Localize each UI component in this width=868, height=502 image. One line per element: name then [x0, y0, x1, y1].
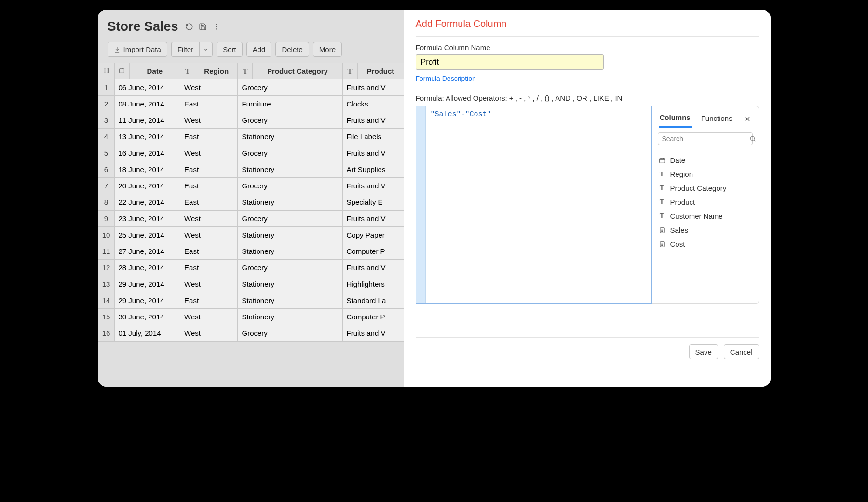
cell-category[interactable]: Grocery: [238, 145, 342, 161]
cell-product[interactable]: Clocks: [342, 96, 404, 112]
table-row[interactable]: 516 June, 2014WestGroceryFruits and V: [98, 145, 404, 161]
cell-date[interactable]: 06 June, 2014: [114, 79, 180, 96]
cell-date[interactable]: 29 June, 2014: [114, 292, 180, 309]
import-data-button[interactable]: Import Data: [108, 42, 167, 57]
more-vertical-icon[interactable]: [212, 23, 221, 31]
cell-region[interactable]: West: [180, 276, 238, 292]
table-row[interactable]: 208 June, 2014EastFurnitureClocks: [98, 96, 404, 112]
formula-name-input[interactable]: [416, 54, 604, 70]
cell-region[interactable]: West: [180, 112, 238, 129]
cell-category[interactable]: Grocery: [238, 211, 342, 227]
cell-product[interactable]: Computer P: [342, 309, 404, 325]
filter-button[interactable]: Filter: [171, 42, 199, 57]
cell-date[interactable]: 18 June, 2014: [114, 161, 180, 178]
cell-date[interactable]: 27 June, 2014: [114, 243, 180, 260]
cell-product[interactable]: Copy Paper: [342, 227, 404, 243]
cell-category[interactable]: Stationery: [238, 194, 342, 211]
cell-region[interactable]: East: [180, 129, 238, 145]
cell-region[interactable]: East: [180, 292, 238, 309]
th-date[interactable]: Date: [129, 63, 180, 79]
table-row[interactable]: 1025 June, 2014WestStationeryCopy Paper: [98, 227, 404, 243]
formula-description-link[interactable]: Formula Description: [416, 75, 759, 82]
formula-textarea[interactable]: "Sales"-"Cost": [426, 106, 651, 303]
cell-region[interactable]: East: [180, 178, 238, 194]
table-row[interactable]: 1530 June, 2014WestStationeryComputer P: [98, 309, 404, 325]
cell-product[interactable]: Art Supplies: [342, 161, 404, 178]
column-search-input[interactable]: [662, 135, 746, 143]
cell-date[interactable]: 01 July, 2014: [114, 325, 180, 342]
cell-product[interactable]: Fruits and V: [342, 112, 404, 129]
cell-date[interactable]: 11 June, 2014: [114, 112, 180, 129]
data-table[interactable]: Date T Region T Product Category T Produ…: [98, 63, 404, 342]
cell-region[interactable]: West: [180, 79, 238, 96]
formula-editor[interactable]: "Sales"-"Cost": [416, 106, 652, 304]
cell-product[interactable]: Specialty E: [342, 194, 404, 211]
table-row[interactable]: 923 June, 2014WestGroceryFruits and V: [98, 211, 404, 227]
cell-region[interactable]: West: [180, 227, 238, 243]
cell-product[interactable]: Fruits and V: [342, 211, 404, 227]
cell-product[interactable]: Fruits and V: [342, 260, 404, 276]
cell-date[interactable]: 30 June, 2014: [114, 309, 180, 325]
cell-date[interactable]: 28 June, 2014: [114, 260, 180, 276]
cell-date[interactable]: 16 June, 2014: [114, 145, 180, 161]
cell-category[interactable]: Stationery: [238, 161, 342, 178]
cell-category[interactable]: Grocery: [238, 178, 342, 194]
available-column-item[interactable]: TCustomer Name: [652, 209, 759, 223]
table-row[interactable]: 822 June, 2014EastStationerySpecialty E: [98, 194, 404, 211]
cell-region[interactable]: East: [180, 96, 238, 112]
cell-date[interactable]: 29 June, 2014: [114, 276, 180, 292]
table-row[interactable]: 618 June, 2014EastStationeryArt Supplies: [98, 161, 404, 178]
available-column-item[interactable]: Sales: [652, 223, 759, 237]
table-row[interactable]: 106 June, 2014WestGroceryFruits and V: [98, 79, 404, 96]
table-row[interactable]: 311 June, 2014WestGroceryFruits and V: [98, 112, 404, 129]
cell-category[interactable]: Grocery: [238, 325, 342, 342]
delete-button[interactable]: Delete: [275, 42, 309, 57]
column-picker-header[interactable]: [98, 63, 114, 79]
cell-product[interactable]: Fruits and V: [342, 145, 404, 161]
cell-date[interactable]: 23 June, 2014: [114, 211, 180, 227]
available-column-item[interactable]: TProduct Category: [652, 181, 759, 195]
cell-product[interactable]: Computer P: [342, 243, 404, 260]
cell-category[interactable]: Stationery: [238, 292, 342, 309]
tab-functions[interactable]: Functions: [700, 112, 733, 127]
table-row[interactable]: 1127 June, 2014EastStationeryComputer P: [98, 243, 404, 260]
cell-product[interactable]: File Labels: [342, 129, 404, 145]
cell-category[interactable]: Stationery: [238, 309, 342, 325]
cell-category[interactable]: Stationery: [238, 227, 342, 243]
add-button[interactable]: Add: [246, 42, 272, 57]
cell-region[interactable]: East: [180, 161, 238, 178]
table-row[interactable]: 1429 June, 2014EastStationeryStandard La: [98, 292, 404, 309]
table-row[interactable]: 1329 June, 2014WestStationeryHighlighter…: [98, 276, 404, 292]
cell-category[interactable]: Stationery: [238, 243, 342, 260]
cell-date[interactable]: 22 June, 2014: [114, 194, 180, 211]
cell-date[interactable]: 25 June, 2014: [114, 227, 180, 243]
cell-date[interactable]: 08 June, 2014: [114, 96, 180, 112]
cancel-button[interactable]: Cancel: [724, 344, 759, 359]
th-product[interactable]: Product: [357, 63, 404, 79]
cell-product[interactable]: Fruits and V: [342, 79, 404, 96]
cell-category[interactable]: Grocery: [238, 260, 342, 276]
th-category[interactable]: Product Category: [253, 63, 342, 79]
cell-product[interactable]: Fruits and V: [342, 178, 404, 194]
table-row[interactable]: 413 June, 2014EastStationeryFile Labels: [98, 129, 404, 145]
available-column-item[interactable]: TProduct: [652, 195, 759, 209]
cell-region[interactable]: West: [180, 211, 238, 227]
cell-product[interactable]: Highlighters: [342, 276, 404, 292]
tab-columns[interactable]: Columns: [659, 111, 692, 128]
cell-category[interactable]: Grocery: [238, 112, 342, 129]
table-row[interactable]: 720 June, 2014EastGroceryFruits and V: [98, 178, 404, 194]
available-column-item[interactable]: Cost: [652, 237, 759, 251]
close-icon[interactable]: [743, 115, 752, 125]
cell-region[interactable]: East: [180, 243, 238, 260]
cell-region[interactable]: East: [180, 194, 238, 211]
cell-region[interactable]: East: [180, 260, 238, 276]
th-region[interactable]: Region: [195, 63, 238, 79]
save-icon[interactable]: [199, 23, 207, 31]
column-search-field[interactable]: [658, 132, 753, 145]
cell-product[interactable]: Standard La: [342, 292, 404, 309]
save-button[interactable]: Save: [689, 344, 718, 359]
cell-category[interactable]: Grocery: [238, 79, 342, 96]
cell-category[interactable]: Furniture: [238, 96, 342, 112]
cell-category[interactable]: Stationery: [238, 276, 342, 292]
available-column-item[interactable]: TRegion: [652, 167, 759, 181]
